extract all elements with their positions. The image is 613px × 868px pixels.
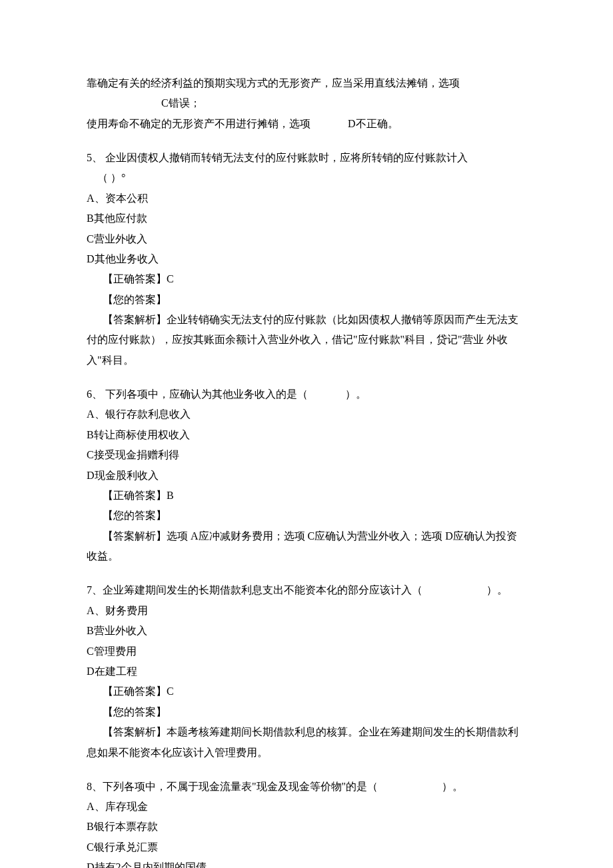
q8-option-d: D持有2个月内到期的国债 bbox=[87, 857, 526, 868]
text: 6、 下列各项中，应确认为其他业务收入的是（ bbox=[87, 388, 308, 400]
q5-option-c: C营业外收入 bbox=[87, 229, 526, 249]
q6-option-a: A、银行存款利息收入 bbox=[87, 404, 526, 424]
text: 8、下列各项中，不属于现金流量表"现金及现金等价物"的是（ bbox=[87, 781, 378, 792]
q7-option-c: C管理费用 bbox=[87, 642, 526, 661]
q8-option-a: A、库存现金 bbox=[87, 797, 526, 817]
q8-option-b: B银行本票存款 bbox=[87, 817, 526, 837]
q7-option-b: B营业外收入 bbox=[87, 621, 526, 641]
intro-line-1: 靠确定有关的经济利益的预期实现方式的无形资产，应当采用直线法摊销，选项C错误； bbox=[87, 73, 526, 114]
q5-option-a: A、资本公积 bbox=[87, 189, 526, 209]
q5-explain-2: 付的应付账款），应按其账面余额计入营业外收入，借记"应付账款"科目，贷记"营业 … bbox=[87, 330, 526, 370]
text: 靠确定有关的经济利益的预期实现方式的无形资产，应当采用直线法摊销，选项 bbox=[87, 77, 460, 89]
q6-your-answer: 【您的答案】 bbox=[87, 506, 526, 526]
text: 使用寿命不确定的无形资产不用进行摊销，选项 bbox=[87, 118, 310, 129]
q5-your-answer: 【您的答案】 bbox=[87, 290, 526, 310]
q5-option-d: D其他业务收入 bbox=[87, 249, 526, 269]
q5-stem: 5、 企业因债权人撤销而转销无法支付的应付账款时，应将所转销的应付账款计入 bbox=[87, 148, 526, 168]
q8-option-c: C银行承兑汇票 bbox=[87, 837, 526, 857]
q5-stem-2: （ ）° bbox=[87, 168, 526, 188]
q6-explain: 【答案解析】选项 A应冲减财务费用；选项 C应确认为营业外收入；选项 D应确认为… bbox=[87, 526, 526, 567]
text: 7、企业筹建期间发生的长期借款利息支出不能资本化的部分应该计入（ bbox=[87, 584, 422, 596]
q7-stem: 7、企业筹建期间发生的长期借款利息支出不能资本化的部分应该计入（）。 bbox=[87, 580, 526, 600]
q7-option-a: A、财务费用 bbox=[87, 601, 526, 621]
text: C错误； bbox=[161, 97, 201, 109]
q6-stem: 6、 下列各项中，应确认为其他业务收入的是（）。 bbox=[87, 384, 526, 404]
text: ）。 bbox=[486, 584, 508, 596]
q6-option-d: D现金股利收入 bbox=[87, 466, 526, 486]
q6-option-b: B转让商标使用权收入 bbox=[87, 425, 526, 445]
q5-option-b: B其他应付款 bbox=[87, 209, 526, 228]
q6-correct-answer: 【正确答案】B bbox=[87, 486, 526, 506]
text: ）。 bbox=[442, 781, 463, 792]
q6-option-c: C接受现金捐赠利得 bbox=[87, 445, 526, 465]
q7-your-answer: 【您的答案】 bbox=[87, 702, 526, 722]
q7-explain-2: 息如果不能资本化应该计入管理费用。 bbox=[87, 743, 526, 763]
q7-correct-answer: 【正确答案】C bbox=[87, 681, 526, 701]
q8-stem: 8、下列各项中，不属于现金流量表"现金及现金等价物"的是（）。 bbox=[87, 777, 526, 797]
text: D不正确。 bbox=[348, 118, 398, 129]
document-page: 靠确定有关的经济利益的预期实现方式的无形资产，应当采用直线法摊销，选项C错误； … bbox=[0, 0, 613, 868]
q7-option-d: D在建工程 bbox=[87, 661, 526, 681]
q7-explain-1: 【答案解析】本题考核筹建期间长期借款利息的核算。企业在筹建期间发生的长期借款利 bbox=[87, 722, 526, 742]
text: ）。 bbox=[345, 388, 366, 400]
q5-correct-answer: 【正确答案】C bbox=[87, 269, 526, 289]
intro-line-2: 使用寿命不确定的无形资产不用进行摊销，选项D不正确。 bbox=[87, 114, 526, 134]
q5-explain-1: 【答案解析】企业转销确实无法支付的应付账款（比如因债权人撤销等原因而产生无法支 bbox=[87, 310, 526, 330]
